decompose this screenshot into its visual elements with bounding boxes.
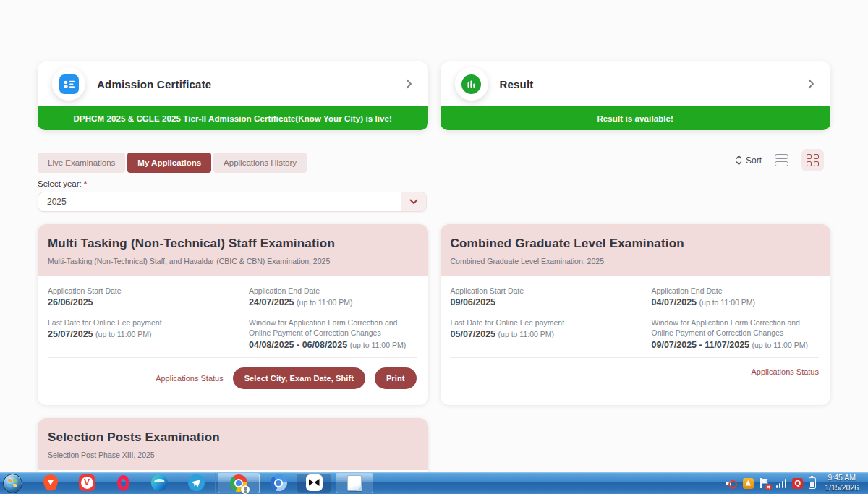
result-chart-icon xyxy=(461,74,481,94)
battery-icon[interactable] xyxy=(809,477,816,489)
taskbar-clock[interactable]: 9:45 AM 1/15/2026 xyxy=(822,473,861,493)
result-title: Result xyxy=(500,78,534,90)
start-button[interactable] xyxy=(3,474,22,493)
taskbar-item-chrome-active[interactable] xyxy=(218,473,260,493)
clock-time: 9:45 AM xyxy=(825,473,859,483)
field-application-end-date: Application End Date 04/07/2025 (up to 1… xyxy=(652,286,820,307)
sort-control[interactable]: Sort xyxy=(736,155,762,166)
chrome-icon xyxy=(230,474,247,492)
tray-utility-icon[interactable] xyxy=(743,478,754,489)
tab-my-applications[interactable]: My Applications xyxy=(127,153,211,173)
result-banner: Result is available! xyxy=(441,106,831,130)
required-asterisk: * xyxy=(84,179,87,188)
exam-title: Selection Posts Examination xyxy=(48,430,417,445)
exam-title: Combined Graduate Level Examination xyxy=(451,237,820,251)
chevron-right-icon[interactable] xyxy=(406,79,412,89)
taskbar-item-chromium[interactable] xyxy=(262,472,295,494)
chrome-profile-badge xyxy=(241,485,250,494)
chevron-down-icon[interactable] xyxy=(401,192,426,211)
field-correction-window: Window for Application Form Correction a… xyxy=(249,318,417,349)
system-tray: ✕ Q 9:45 AM 1/15/2026 xyxy=(726,473,868,493)
exam-tabs: Live Examinations My Applications Applic… xyxy=(38,153,307,173)
year-select-value: 2025 xyxy=(47,197,67,207)
admission-certificate-card[interactable]: Admission Certificate DPHCM 2025 & CGLE … xyxy=(38,61,428,130)
chevron-right-icon[interactable] xyxy=(808,79,814,89)
capcut-icon xyxy=(306,474,323,491)
exam-card-mts: Multi Tasking (Non-Technical) Staff Exam… xyxy=(38,224,428,405)
q-app-tray-icon[interactable]: Q xyxy=(792,478,803,489)
quick-cards-row: Admission Certificate DPHCM 2025 & CGLE … xyxy=(38,61,830,130)
windows-taskbar: ✕ Q 9:45 AM 1/15/2026 xyxy=(0,472,868,494)
admission-certificate-banner: DPHCM 2025 & CGLE 2025 Tier-II Admission… xyxy=(38,106,428,130)
exam-subtitle: Multi-Tasking (Non-Technical) Staff, and… xyxy=(48,257,417,265)
edge-icon xyxy=(151,474,168,491)
result-card[interactable]: Result Result is available! xyxy=(441,61,831,130)
field-fee-payment-date: Last Date for Online Fee payment 05/07/2… xyxy=(451,318,640,349)
vivaldi-icon xyxy=(79,474,95,491)
exam-subtitle: Selection Post Phase XIII, 2025 xyxy=(48,451,417,459)
clock-date: 1/15/2026 xyxy=(825,483,859,493)
sort-label: Sort xyxy=(746,156,762,166)
tab-live-examinations[interactable]: Live Examinations xyxy=(38,153,125,173)
taskbar-item-edge[interactable] xyxy=(141,472,177,494)
taskbar-item-telegram[interactable] xyxy=(177,472,215,494)
applications-status-link[interactable]: Applications Status xyxy=(156,374,224,383)
exam-card-header: Multi Tasking (Non-Technical) Staff Exam… xyxy=(38,224,428,276)
sort-arrows-icon xyxy=(736,155,742,166)
action-center-flag-icon[interactable]: ✕ xyxy=(760,478,770,489)
exam-cards-grid: Multi Tasking (Non-Technical) Staff Exam… xyxy=(38,224,830,494)
applications-status-link[interactable]: Applications Status xyxy=(751,367,819,376)
notepad-icon xyxy=(347,475,362,491)
year-select[interactable]: 2025 xyxy=(38,192,427,212)
brave-icon xyxy=(43,474,59,491)
id-card-icon xyxy=(59,74,79,94)
taskbar-item-capcut[interactable] xyxy=(297,473,331,493)
field-application-end-date: Application End Date 24/07/2025 (up to 1… xyxy=(249,286,417,307)
volume-muted-icon[interactable] xyxy=(726,478,737,488)
result-badge xyxy=(455,67,488,101)
taskbar-divider xyxy=(215,473,216,494)
admission-certificate-title: Admission Certificate xyxy=(97,78,211,90)
taskbar-item-opera[interactable] xyxy=(105,472,141,494)
opera-icon xyxy=(117,475,129,491)
view-controls: Sort xyxy=(736,149,824,171)
exam-card-header: Selection Posts Examination Selection Po… xyxy=(38,418,428,470)
tab-applications-history[interactable]: Applications History xyxy=(213,153,307,173)
field-application-start-date: Application Start Date 09/06/2025 xyxy=(451,286,640,307)
chromium-icon xyxy=(271,474,287,491)
taskbar-item-notepad[interactable] xyxy=(336,473,373,493)
network-signal-icon[interactable] xyxy=(776,479,787,488)
field-fee-payment-date: Last Date for Online Fee payment 25/07/2… xyxy=(48,318,237,349)
telegram-icon xyxy=(188,474,205,491)
taskbar-item-vivaldi[interactable] xyxy=(69,472,105,494)
exam-card-cgl: Combined Graduate Level Examination Comb… xyxy=(441,224,831,405)
taskbar-item-brave[interactable] xyxy=(33,472,69,494)
field-application-start-date: Application Start Date 26/06/2025 xyxy=(48,286,237,307)
field-correction-window: Window for Application Form Correction a… xyxy=(652,318,820,349)
exam-subtitle: Combined Graduate Level Examination, 202… xyxy=(451,257,820,265)
grid-view-icon[interactable] xyxy=(801,149,824,171)
select-year-label: Select year:* xyxy=(38,179,87,188)
select-city-exam-date-shift-button[interactable]: Select City, Exam Date, Shift xyxy=(233,367,365,389)
list-view-icon[interactable] xyxy=(773,153,790,168)
print-button[interactable]: Print xyxy=(375,367,417,389)
taskbar-divider xyxy=(333,473,333,494)
admission-certificate-badge xyxy=(52,67,85,101)
exam-title: Multi Tasking (Non-Technical) Staff Exam… xyxy=(48,237,417,251)
exam-card-header: Combined Graduate Level Examination Comb… xyxy=(441,224,831,276)
